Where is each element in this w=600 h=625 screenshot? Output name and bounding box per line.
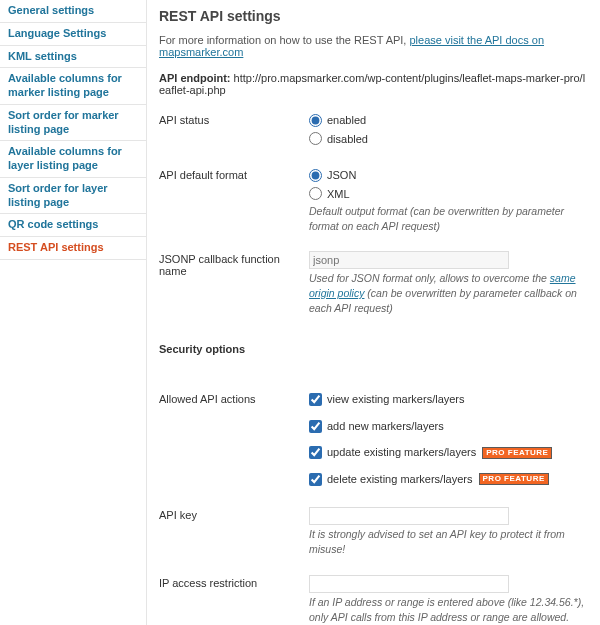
action-update-text: update existing markers/layers xyxy=(327,444,476,461)
security-heading: Security options xyxy=(159,335,584,373)
sidebar-link[interactable]: Available columns for layer listing page xyxy=(8,145,122,171)
intro-prefix: For more information on how to use the R… xyxy=(159,34,409,46)
sidebar-item-language[interactable]: Language Settings xyxy=(0,23,146,46)
ip-restriction-input[interactable] xyxy=(309,575,509,593)
jsonp-label: JSONP callback function name xyxy=(159,249,309,331)
api-endpoint-label: API endpoint: xyxy=(159,72,231,84)
sidebar-item-cols-layer[interactable]: Available columns for layer listing page xyxy=(0,141,146,178)
action-view-checkbox[interactable] xyxy=(309,393,322,406)
sidebar-item-qr[interactable]: QR code settings xyxy=(0,214,146,237)
jsonp-hint: Used for JSON format only, allows to ove… xyxy=(309,271,590,315)
main-content: REST API settings For more information o… xyxy=(147,0,600,625)
api-endpoint-line: API endpoint: http://pro.mapsmarker.com/… xyxy=(159,72,590,96)
api-status-label: API status xyxy=(159,110,309,165)
api-status-enabled-radio[interactable] xyxy=(309,114,322,127)
format-json-text: JSON xyxy=(327,167,356,184)
settings-form: API status enabled disabled API default … xyxy=(159,110,590,625)
default-format-label: API default format xyxy=(159,165,309,249)
format-json-radio[interactable] xyxy=(309,169,322,182)
ip-restriction-label: IP access restriction xyxy=(159,573,309,625)
sidebar-item-rest-api[interactable]: REST API settings xyxy=(0,237,146,260)
sidebar-item-cols-marker[interactable]: Available columns for marker listing pag… xyxy=(0,68,146,105)
jsonp-hint-prefix: Used for JSON format only, allows to ove… xyxy=(309,272,550,284)
sidebar-link[interactable]: Available columns for marker listing pag… xyxy=(8,72,122,98)
page-title: REST API settings xyxy=(159,8,590,24)
action-delete-text: delete existing markers/layers xyxy=(327,471,473,488)
action-delete-checkbox[interactable] xyxy=(309,473,322,486)
api-key-input[interactable] xyxy=(309,507,509,525)
action-view-text: view existing markers/layers xyxy=(327,391,465,408)
sidebar-link[interactable]: Sort order for layer listing page xyxy=(8,182,108,208)
jsonp-input[interactable] xyxy=(309,251,509,269)
sidebar-item-general[interactable]: General settings xyxy=(0,0,146,23)
pro-badge: PRO FEATURE xyxy=(479,473,549,485)
default-format-hint: Default output format (can be overwritte… xyxy=(309,204,590,233)
ip-restriction-hint: If an IP address or range is entered abo… xyxy=(309,595,590,624)
sidebar-item-sort-marker[interactable]: Sort order for marker listing page xyxy=(0,105,146,142)
action-add-text: add new markers/layers xyxy=(327,418,444,435)
sidebar-link[interactable]: QR code settings xyxy=(8,218,98,230)
api-key-label: API key xyxy=(159,505,309,572)
sidebar-item-sort-layer[interactable]: Sort order for layer listing page xyxy=(0,178,146,215)
sidebar-link[interactable]: Sort order for marker listing page xyxy=(8,109,119,135)
pro-badge: PRO FEATURE xyxy=(482,447,552,459)
api-status-disabled-text: disabled xyxy=(327,131,368,148)
sidebar-link[interactable]: General settings xyxy=(8,4,94,16)
sidebar-link[interactable]: REST API settings xyxy=(8,241,104,253)
allowed-actions-label: Allowed API actions xyxy=(159,389,309,505)
sidebar-link[interactable]: Language Settings xyxy=(8,27,106,39)
action-update-checkbox[interactable] xyxy=(309,446,322,459)
sidebar-link[interactable]: KML settings xyxy=(8,50,77,62)
format-xml-text: XML xyxy=(327,186,350,203)
sidebar-item-kml[interactable]: KML settings xyxy=(0,46,146,69)
api-status-enabled-text: enabled xyxy=(327,112,366,129)
format-xml-radio[interactable] xyxy=(309,187,322,200)
api-status-disabled-radio[interactable] xyxy=(309,132,322,145)
action-add-checkbox[interactable] xyxy=(309,420,322,433)
api-key-hint: It is strongly advised to set an API key… xyxy=(309,527,590,556)
intro-text: For more information on how to use the R… xyxy=(159,34,590,58)
settings-sidebar: General settings Language Settings KML s… xyxy=(0,0,147,625)
